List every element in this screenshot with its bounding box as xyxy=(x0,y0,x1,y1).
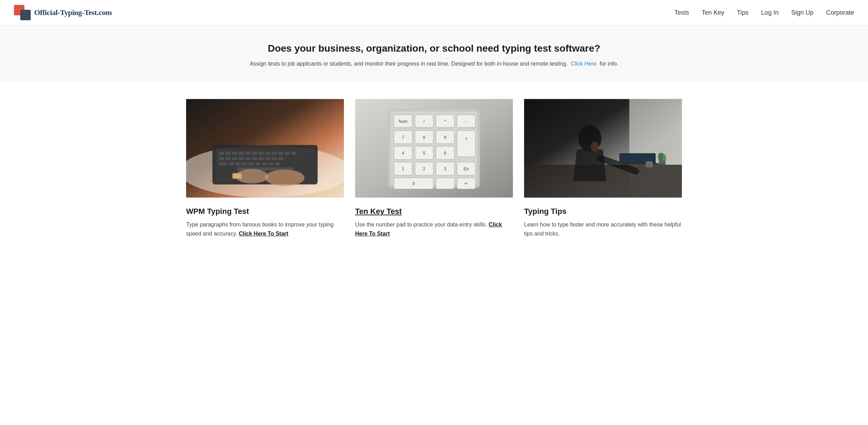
card-tips-desc: Learn how to type faster and more accura… xyxy=(524,220,682,238)
svg-rect-27 xyxy=(229,162,234,165)
card-tenkey-desc: Use the number pad to practice your data… xyxy=(355,220,513,238)
svg-rect-13 xyxy=(278,152,284,155)
nav-login[interactable]: Log In xyxy=(761,9,779,16)
svg-rect-22 xyxy=(258,157,264,160)
svg-rect-23 xyxy=(265,157,270,160)
card-tips-image xyxy=(524,96,682,201)
main-nav: Tests Ten Key Tips Log In Sign Up Corpor… xyxy=(674,9,854,16)
card-tenkey: Num / * - 7 8 9 + 4 5 6 1 2 3 En 0 . xyxy=(355,96,513,238)
svg-text:0: 0 xyxy=(412,181,415,186)
card-tips: Typing Tips Learn how to type faster and… xyxy=(524,96,682,238)
svg-text:1: 1 xyxy=(402,166,404,171)
svg-text:6: 6 xyxy=(444,151,447,156)
svg-rect-19 xyxy=(239,157,244,160)
svg-rect-7 xyxy=(239,152,244,155)
svg-rect-9 xyxy=(252,152,257,155)
svg-text:-: - xyxy=(465,119,467,124)
logo-text: Official-Typing-Test.com xyxy=(34,8,112,17)
svg-rect-80 xyxy=(415,127,433,128)
card-wpm-image xyxy=(186,96,344,201)
svg-rect-34 xyxy=(275,162,280,165)
svg-rect-50 xyxy=(457,131,476,157)
svg-rect-24 xyxy=(272,157,277,160)
hero-section: Does your business, organization, or sch… xyxy=(0,25,868,82)
hero-description: Assign tests to job applicants or studen… xyxy=(14,60,854,68)
svg-rect-18 xyxy=(232,157,237,160)
svg-rect-5 xyxy=(226,152,231,155)
svg-text:.: . xyxy=(444,181,446,186)
svg-rect-33 xyxy=(268,162,273,165)
svg-rect-10 xyxy=(258,152,264,155)
card-wpm-title: WPM Typing Test xyxy=(186,207,344,216)
svg-text:*: * xyxy=(444,119,446,124)
card-wpm: WPM Typing Test Type paragraphs from fam… xyxy=(186,96,344,238)
svg-rect-28 xyxy=(235,162,241,165)
svg-text:↵: ↵ xyxy=(464,181,468,186)
svg-text:En: En xyxy=(464,166,469,171)
svg-rect-17 xyxy=(226,157,231,160)
svg-text:+: + xyxy=(465,137,468,142)
site-header: Official-Typing-Test.com Tests Ten Key T… xyxy=(0,0,868,25)
svg-rect-96 xyxy=(646,162,653,167)
svg-rect-25 xyxy=(278,157,284,160)
nav-tests[interactable]: Tests xyxy=(674,9,689,16)
svg-text:/: / xyxy=(424,119,425,124)
nav-tips[interactable]: Tips xyxy=(737,9,749,16)
svg-rect-11 xyxy=(265,152,270,155)
card-tenkey-title-link[interactable]: Ten Key Test xyxy=(355,207,402,216)
svg-rect-16 xyxy=(219,157,224,160)
svg-rect-92 xyxy=(620,154,655,163)
svg-rect-81 xyxy=(436,127,455,128)
svg-text:Num: Num xyxy=(399,119,408,124)
nav-signup[interactable]: Sign Up xyxy=(791,9,814,16)
svg-rect-31 xyxy=(255,162,260,165)
card-wpm-desc: Type paragraphs from famous books to imp… xyxy=(186,220,344,238)
logo-icon xyxy=(14,5,31,20)
svg-text:5: 5 xyxy=(423,151,425,156)
svg-rect-12 xyxy=(272,152,277,155)
svg-rect-4 xyxy=(219,152,224,155)
svg-rect-8 xyxy=(245,152,251,155)
card-tenkey-image: Num / * - 7 8 9 + 4 5 6 1 2 3 En 0 . xyxy=(355,96,513,201)
svg-rect-39 xyxy=(233,174,241,178)
hero-heading: Does your business, organization, or sch… xyxy=(14,42,854,55)
svg-rect-26 xyxy=(219,162,227,165)
hero-desc-after: for info. xyxy=(598,61,618,67)
svg-point-95 xyxy=(658,153,663,161)
svg-point-36 xyxy=(265,170,304,186)
svg-rect-14 xyxy=(285,152,290,155)
svg-rect-97 xyxy=(646,162,652,163)
svg-rect-15 xyxy=(291,152,296,155)
svg-text:9: 9 xyxy=(444,135,447,140)
svg-rect-29 xyxy=(242,162,247,165)
svg-text:4: 4 xyxy=(402,151,404,156)
hero-cta-link[interactable]: Click Here xyxy=(571,61,597,67)
svg-text:7: 7 xyxy=(402,135,404,140)
card-tips-title: Typing Tips xyxy=(524,207,682,216)
cards-section: WPM Typing Test Type paragraphs from fam… xyxy=(172,82,696,259)
svg-rect-21 xyxy=(252,157,257,160)
svg-rect-30 xyxy=(249,162,254,165)
card-wpm-cta[interactable]: Click Here To Start xyxy=(239,231,288,237)
svg-rect-32 xyxy=(262,162,267,165)
svg-rect-79 xyxy=(394,127,412,128)
svg-text:8: 8 xyxy=(423,135,425,140)
card-tenkey-title[interactable]: Ten Key Test xyxy=(355,207,513,216)
svg-text:3: 3 xyxy=(444,166,447,171)
logo-link[interactable]: Official-Typing-Test.com xyxy=(14,5,112,20)
svg-point-98 xyxy=(591,142,599,152)
hero-desc-before: Assign tests to job applicants or studen… xyxy=(250,61,569,67)
svg-rect-6 xyxy=(232,152,237,155)
svg-rect-87 xyxy=(636,148,675,149)
svg-text:2: 2 xyxy=(423,166,425,171)
svg-rect-82 xyxy=(457,127,476,128)
nav-corporate[interactable]: Corporate xyxy=(826,9,854,16)
svg-rect-20 xyxy=(245,157,251,160)
nav-tenkey[interactable]: Ten Key xyxy=(701,9,724,16)
